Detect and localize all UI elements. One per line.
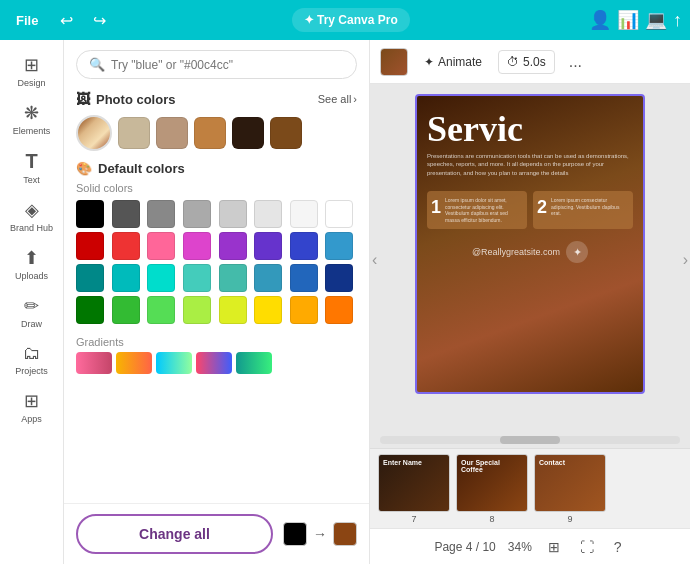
swatch-dark-teal[interactable]	[76, 264, 104, 292]
palette-icon: 🎨	[76, 161, 92, 176]
swatch-black[interactable]	[76, 200, 104, 228]
monitor-icon[interactable]: 💻	[645, 9, 667, 31]
sidebar-item-apps[interactable]: ⊞ Apps	[4, 384, 60, 430]
canvas-area: ✦ Animate ⏱ 5.0s ... ‹ › Servic Presenta…	[370, 40, 690, 564]
search-input[interactable]	[111, 58, 344, 72]
photo-swatch-4[interactable]	[232, 117, 264, 149]
color-panel: 🔍 🖼 Photo colors See all ›	[64, 40, 370, 564]
swatch-gray[interactable]	[147, 200, 175, 228]
swatch-medium-gray[interactable]	[183, 200, 211, 228]
time-button[interactable]: ⏱ 5.0s	[498, 50, 555, 74]
change-all-button[interactable]: Change all	[76, 514, 273, 554]
fullscreen-button[interactable]: ⛶	[576, 535, 598, 559]
swatch-deep-orange[interactable]	[325, 296, 353, 324]
thumb-img-8: Our Special Coffee	[456, 454, 528, 512]
gradient-swatch-1[interactable]	[76, 352, 112, 374]
thumb-item-9[interactable]: Contact 9	[534, 454, 606, 524]
thumb-item-8[interactable]: Our Special Coffee 8	[456, 454, 528, 524]
people-icon[interactable]: 👤	[589, 9, 611, 31]
chevron-right-icon: ›	[353, 93, 357, 105]
sidebar-label-design: Design	[17, 78, 45, 88]
main-container: ⊞ Design ❋ Elements T Text ◈ Brand Hub ⬆…	[0, 40, 690, 564]
apps-icon: ⊞	[24, 390, 39, 412]
grid-view-button[interactable]: ⊞	[544, 535, 564, 559]
horizontal-scrollbar[interactable]	[380, 436, 680, 444]
swatch-dark-green[interactable]	[76, 296, 104, 324]
see-all-button[interactable]: See all ›	[318, 93, 357, 105]
redo-button[interactable]: ↪	[87, 7, 112, 34]
swatch-medium-blue[interactable]	[290, 264, 318, 292]
more-options-button[interactable]: ...	[563, 49, 588, 75]
canvas-slide[interactable]: Servic Presentations are communication t…	[415, 94, 645, 394]
swatch-dark-blue[interactable]	[325, 264, 353, 292]
help-button[interactable]: ?	[610, 535, 626, 559]
swatch-blue-purple[interactable]	[290, 232, 318, 260]
swatch-near-white[interactable]	[290, 200, 318, 228]
sidebar-item-elements[interactable]: ❋ Elements	[4, 96, 60, 142]
swatch-teal[interactable]	[112, 264, 140, 292]
swatch-violet[interactable]	[254, 232, 282, 260]
gradient-swatch-2[interactable]	[116, 352, 152, 374]
swatch-light-gray[interactable]	[219, 200, 247, 228]
zoom-info: 34%	[508, 540, 532, 554]
swatch-dark-red[interactable]	[76, 232, 104, 260]
gradient-swatch-4[interactable]	[196, 352, 232, 374]
chart-icon[interactable]: 📊	[617, 9, 639, 31]
sidebar-label-text: Text	[23, 175, 40, 185]
share-icon[interactable]: ↑	[673, 10, 682, 31]
swatch-cyan[interactable]	[147, 264, 175, 292]
swatch-white[interactable]	[325, 200, 353, 228]
scroll-right-button[interactable]: ›	[683, 251, 688, 269]
swatch-yellow-green[interactable]	[219, 296, 247, 324]
swatch-lighter-gray[interactable]	[254, 200, 282, 228]
clock-icon: ⏱	[507, 55, 519, 69]
sidebar-label-projects: Projects	[15, 366, 48, 376]
from-color-swatch[interactable]	[283, 522, 307, 546]
sidebar-item-uploads[interactable]: ⬆ Uploads	[4, 241, 60, 287]
slide-thumbnail-icon[interactable]	[380, 48, 408, 76]
swatch-dark-gray[interactable]	[112, 200, 140, 228]
gradient-swatch-5[interactable]	[236, 352, 272, 374]
swatch-purple[interactable]	[219, 232, 247, 260]
animate-button[interactable]: ✦ Animate	[416, 51, 490, 73]
search-input-wrap[interactable]: 🔍	[76, 50, 357, 79]
swatch-seafoam[interactable]	[219, 264, 247, 292]
swatch-red[interactable]	[112, 232, 140, 260]
file-menu[interactable]: File	[8, 9, 46, 32]
canvas-content[interactable]: ‹ › Servic Presentations are communicati…	[370, 84, 690, 436]
sparkle-button[interactable]: ✦	[566, 241, 588, 263]
sidebar-item-projects[interactable]: 🗂 Projects	[4, 337, 60, 382]
slide-card-2[interactable]: 2 Lorem ipsum consectetur adipiscing. Ve…	[533, 191, 633, 229]
slide-card-1[interactable]: 1 Lorem ipsum dolor sit amet, consectetu…	[427, 191, 527, 229]
scroll-left-button[interactable]: ‹	[372, 251, 377, 269]
photo-swatch-3[interactable]	[194, 117, 226, 149]
swatch-mint[interactable]	[183, 264, 211, 292]
sidebar-item-draw[interactable]: ✏ Draw	[4, 289, 60, 335]
panel-scroll-area[interactable]: 🖼 Photo colors See all ›	[64, 85, 369, 503]
thumb-title-8: Our Special Coffee	[461, 459, 523, 473]
brand-icon: ◈	[25, 199, 39, 221]
photo-swatch-1[interactable]	[118, 117, 150, 149]
swatch-magenta[interactable]	[183, 232, 211, 260]
swatch-blue-green[interactable]	[254, 264, 282, 292]
to-color-swatch[interactable]	[333, 522, 357, 546]
swatch-pink[interactable]	[147, 232, 175, 260]
swatch-green[interactable]	[112, 296, 140, 324]
thumb-item-7[interactable]: Enter Name 7	[378, 454, 450, 524]
gradient-swatch-3[interactable]	[156, 352, 192, 374]
swatch-sky[interactable]	[325, 232, 353, 260]
undo-button[interactable]: ↩	[54, 7, 79, 34]
photo-thumbnail[interactable]	[76, 115, 112, 151]
photo-swatch-2[interactable]	[156, 117, 188, 149]
sidebar-item-design[interactable]: ⊞ Design	[4, 48, 60, 94]
scroll-thumb[interactable]	[500, 436, 560, 444]
sidebar-item-text[interactable]: T Text	[4, 144, 60, 191]
photo-swatch-5[interactable]	[270, 117, 302, 149]
swatch-yellow[interactable]	[254, 296, 282, 324]
swatch-orange[interactable]	[290, 296, 318, 324]
try-pro-button[interactable]: ✦ Try Canva Pro	[292, 8, 410, 32]
swatch-lime[interactable]	[183, 296, 211, 324]
sidebar-item-brand[interactable]: ◈ Brand Hub	[4, 193, 60, 239]
color-grid-teals	[76, 264, 357, 292]
swatch-light-green[interactable]	[147, 296, 175, 324]
